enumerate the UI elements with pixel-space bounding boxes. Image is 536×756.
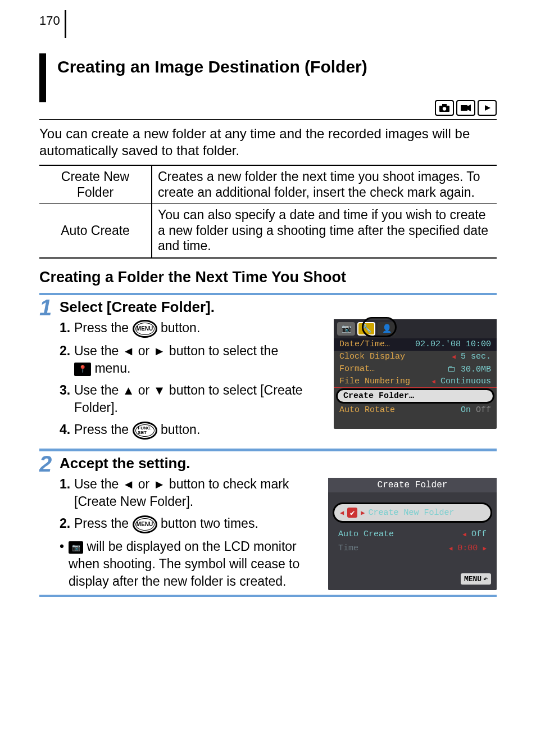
menu-text: MENU <box>464 575 482 583</box>
check-icon: ✔ <box>347 508 357 518</box>
substep-num: 1. <box>60 319 74 338</box>
substep-num: 3. <box>60 382 74 417</box>
page-number-text: 170 <box>39 10 60 28</box>
menu-label: Format… <box>339 364 375 374</box>
time-value: 0:00 <box>457 544 478 553</box>
t: button to select the <box>165 343 278 358</box>
camera-icon <box>435 100 454 116</box>
menu-back-button: MENU↶ <box>461 573 491 585</box>
substep-num: 2. <box>60 342 74 377</box>
menu-value: Continuous <box>440 377 491 386</box>
movie-icon <box>456 100 475 116</box>
substep-num: 1. <box>60 476 74 510</box>
t: Press the <box>74 422 133 437</box>
step-1: 1 Select [Create Folder]. 1. Press the M… <box>39 293 497 449</box>
step-text: 1. Press the MENU button. 2. Use the ◄ o… <box>60 319 325 444</box>
term-cell: Auto Create <box>39 204 152 258</box>
definitions-table: Create New Folder Creates a new folder t… <box>39 165 497 259</box>
sub-heading: Creating a Folder the Next Time You Shoo… <box>39 269 497 286</box>
screen-title: Create Folder <box>328 478 497 492</box>
def-cell: Creates a new folder the next time you s… <box>152 165 497 204</box>
right-arrow-icon: ► <box>153 477 166 491</box>
t: will be displayed on the LCD monitor whe… <box>69 539 299 588</box>
ac-value: Off <box>471 529 487 539</box>
svg-marker-4 <box>467 105 471 111</box>
table-row: Auto Create You can also specify a date … <box>39 204 497 258</box>
right-arrow-icon: ► <box>153 344 166 358</box>
left-arrow-icon: ◄ <box>122 477 135 491</box>
menu-value: 5 sec. <box>461 352 491 361</box>
t: Press the <box>74 320 133 335</box>
menu-label: Auto Rotate <box>339 405 395 415</box>
menu-value: 02.02.'08 10:00 <box>415 339 491 349</box>
create-new-folder-row: ◀✔▶ Create New Folder <box>333 503 492 523</box>
func-set-button-icon: FUNC.SET <box>133 422 157 440</box>
menu-button-icon: MENU <box>133 515 157 533</box>
step-title: Accept the setting. <box>60 455 497 472</box>
bullet-note: • 📷 will be displayed on the LCD monitor… <box>60 538 319 590</box>
substep-num: 4. <box>60 421 74 440</box>
screenshot-setup-menu: 📷 🔧 👤 Date/Time…02.02.'08 10:00 Clock Di… <box>334 319 497 429</box>
down-arrow-icon: ▼ <box>153 383 166 397</box>
menu-value: 30.0MB <box>461 365 491 374</box>
term-line2: Folder <box>77 185 113 200</box>
step-title: Select [Create Folder]. <box>60 298 497 316</box>
highlight-oval-icon <box>362 317 397 337</box>
table-row: Create New Folder Creates a new folder t… <box>39 165 497 204</box>
folder-indicator-icon: 📷 <box>69 541 83 554</box>
step-2: 2 Accept the setting. 1. Use the ◄ or ► … <box>39 449 497 597</box>
play-icon <box>478 100 497 116</box>
tab-camera-icon: 📷 <box>337 322 355 336</box>
off-label: Off <box>476 405 491 415</box>
term-cell: Create New Folder <box>39 165 152 204</box>
t: button. <box>157 422 201 437</box>
t: Use the <box>74 343 122 358</box>
t: or <box>134 383 153 397</box>
t: or <box>134 477 153 491</box>
t: or <box>134 343 153 358</box>
intro-paragraph: You can create a new folder at any time … <box>39 125 497 159</box>
step-text: 1. Use the ◄ or ► button to check mark [… <box>60 476 319 590</box>
t: Use the <box>74 383 122 397</box>
screenshot-create-folder: Create Folder ◀✔▶ Create New Folder Auto… <box>328 478 497 590</box>
svg-point-2 <box>443 107 446 110</box>
t: Press the <box>74 516 133 531</box>
left-arrow-icon: ◄ <box>122 344 135 358</box>
menu-label: Date/Time… <box>339 339 390 349</box>
time-label: Time <box>338 544 358 553</box>
step-number: 2 <box>39 451 60 590</box>
svg-rect-1 <box>442 104 447 106</box>
cnf-label: Create New Folder <box>368 508 454 518</box>
ac-label: Auto Create <box>338 529 394 539</box>
section-title: Creating an Image Destination (Folder) <box>39 53 367 102</box>
page-number: 170 <box>39 10 66 38</box>
on-label: On <box>461 405 471 415</box>
substep-num: 2. <box>60 515 74 533</box>
t: Use the <box>74 477 122 491</box>
t: menu. <box>91 361 130 375</box>
menu-label: File Numbering <box>339 377 410 386</box>
tools-menu-icon: 📍 <box>74 363 91 376</box>
svg-rect-3 <box>461 105 467 111</box>
menu-button-icon: MENU <box>133 320 157 338</box>
menu-selected-item: Create Folder… <box>336 388 494 404</box>
def-cell: You can also specify a date and time if … <box>152 204 497 258</box>
menu-label: Clock Display <box>339 352 405 361</box>
section-header: Creating an Image Destination (Folder) <box>39 53 497 120</box>
term-line1: Create New <box>61 169 129 184</box>
t: button. <box>157 320 201 335</box>
svg-marker-5 <box>485 105 490 111</box>
step-number: 1 <box>39 295 60 444</box>
mode-icons-row <box>435 100 497 116</box>
up-arrow-icon: ▲ <box>122 383 135 397</box>
t: button two times. <box>157 516 258 531</box>
